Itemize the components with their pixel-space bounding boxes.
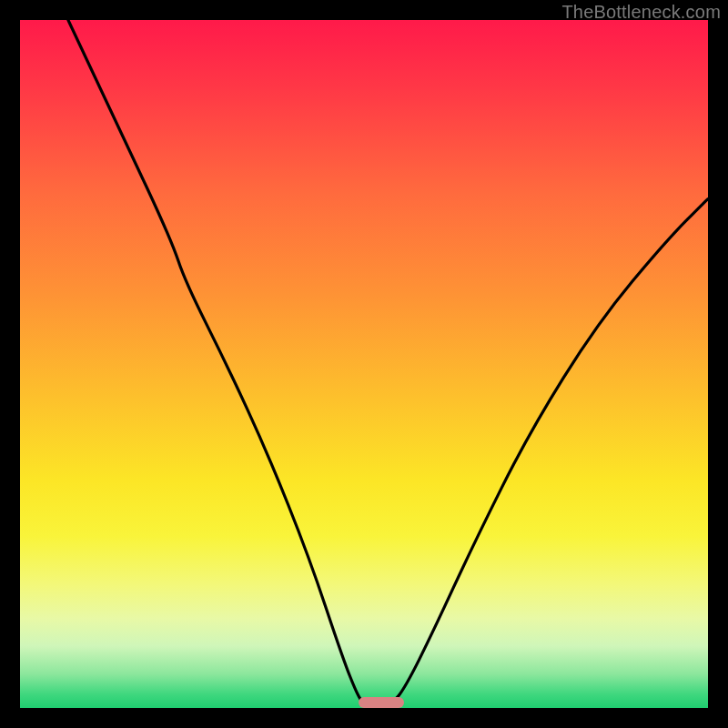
gradient-plot-area <box>20 20 708 708</box>
chart-frame: TheBottleneck.com <box>0 0 728 728</box>
bottleneck-curve <box>20 20 708 708</box>
curve-path <box>68 20 708 704</box>
valley-marker <box>359 697 404 708</box>
